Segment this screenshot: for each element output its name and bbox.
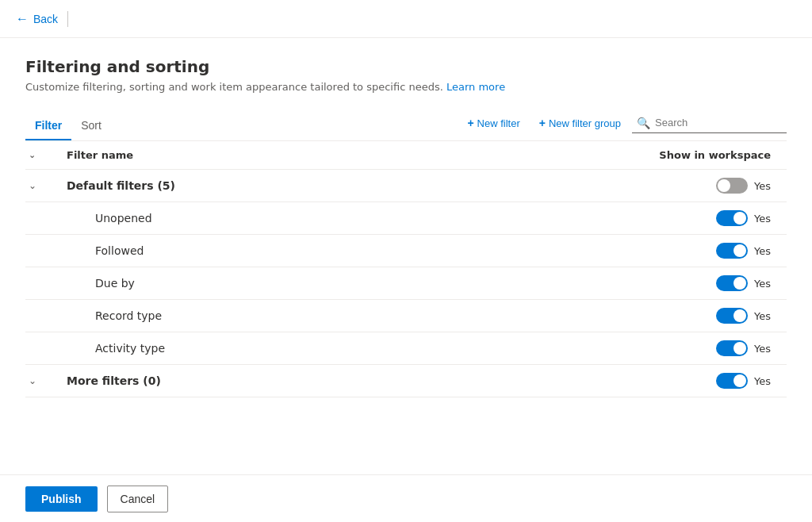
toggle-switch[interactable] xyxy=(716,178,748,194)
page-subtitle: Customize filtering, sorting and work it… xyxy=(25,81,787,93)
workspace-toggle-cell: Yes xyxy=(409,300,787,332)
table-row: Activity typeYes xyxy=(25,332,787,365)
search-icon: 🔍 xyxy=(637,117,650,129)
cancel-button[interactable]: Cancel xyxy=(107,486,169,512)
row-chevron-cell xyxy=(25,202,57,235)
workspace-toggle-cell: Yes xyxy=(409,267,787,300)
filter-name-cell: Default filters (5) xyxy=(57,170,409,202)
table-header-row: ⌄ Filter name Show in workspace xyxy=(25,141,787,170)
search-box: 🔍 xyxy=(632,113,787,133)
tabs-bar: Filter Sort + New filter + New filter gr… xyxy=(25,112,787,141)
table-row: ⌄Default filters (5)Yes xyxy=(25,170,787,202)
workspace-toggle-cell: Yes xyxy=(409,202,787,235)
filter-name-cell: Followed xyxy=(57,235,409,267)
chevron-icon[interactable]: ⌄ xyxy=(29,375,41,388)
row-chevron-cell xyxy=(25,267,57,300)
table-row: Record typeYes xyxy=(25,300,787,332)
back-button[interactable]: ← Back xyxy=(16,12,58,26)
back-arrow-icon: ← xyxy=(16,12,29,26)
back-label: Back xyxy=(33,13,58,25)
table-row: Due byYes xyxy=(25,267,787,300)
chevron-icon[interactable]: ⌄ xyxy=(29,180,41,193)
plus-icon: + xyxy=(467,117,473,129)
filter-name-cell: Unopened xyxy=(57,202,409,235)
col-workspace-header: Show in workspace xyxy=(409,141,787,170)
new-filter-button[interactable]: + New filter xyxy=(459,112,527,134)
search-input[interactable] xyxy=(655,117,782,129)
toggle-label: Yes xyxy=(754,278,771,290)
toggle-label: Yes xyxy=(754,180,771,192)
new-filter-label: New filter xyxy=(477,117,520,129)
subtitle-text: Customize filtering, sorting and work it… xyxy=(25,81,443,93)
tab-filter[interactable]: Filter xyxy=(25,113,71,140)
col-chevron-header: ⌄ xyxy=(25,141,57,170)
col-name-header: Filter name xyxy=(57,141,409,170)
toggle-switch[interactable] xyxy=(716,308,748,324)
toggle-switch[interactable] xyxy=(716,210,748,226)
filter-name-cell: Activity type xyxy=(57,332,409,365)
filter-name-cell: More filters (0) xyxy=(57,365,409,397)
row-chevron-cell xyxy=(25,235,57,267)
row-chevron-cell: ⌄ xyxy=(25,170,57,202)
table-row: ⌄More filters (0)Yes xyxy=(25,365,787,397)
toggle-switch[interactable] xyxy=(716,243,748,259)
table-row: UnopenedYes xyxy=(25,202,787,235)
new-filter-group-button[interactable]: + New filter group xyxy=(531,112,629,134)
toggle-switch[interactable] xyxy=(716,340,748,356)
page-title: Filtering and sorting xyxy=(25,57,787,76)
toggle-label: Yes xyxy=(754,213,771,225)
toggle-switch[interactable] xyxy=(716,373,748,389)
filter-name-cell: Due by xyxy=(57,267,409,300)
toggle-label: Yes xyxy=(754,245,771,257)
workspace-toggle-cell: Yes xyxy=(409,170,787,202)
top-bar-divider xyxy=(67,11,68,27)
footer: Publish Cancel xyxy=(0,474,812,522)
main-content: Filtering and sorting Customize filterin… xyxy=(0,38,812,397)
table-row: FollowedYes xyxy=(25,235,787,267)
toggle-label: Yes xyxy=(754,343,771,355)
header-chevron-icon: ⌄ xyxy=(29,150,36,160)
row-chevron-cell xyxy=(25,332,57,365)
plus-icon-group: + xyxy=(539,117,546,129)
toggle-label: Yes xyxy=(754,310,771,322)
workspace-toggle-cell: Yes xyxy=(409,332,787,365)
filter-name-cell: Record type xyxy=(57,300,409,332)
row-chevron-cell xyxy=(25,300,57,332)
top-bar: ← Back xyxy=(0,0,812,38)
row-chevron-cell: ⌄ xyxy=(25,365,57,397)
publish-button[interactable]: Publish xyxy=(25,486,98,512)
toggle-label: Yes xyxy=(754,375,771,387)
learn-more-link[interactable]: Learn more xyxy=(446,81,505,93)
new-filter-group-label: New filter group xyxy=(549,117,621,129)
tabs-toolbar: + New filter + New filter group 🔍 xyxy=(459,112,787,140)
tab-sort[interactable]: Sort xyxy=(71,113,111,140)
workspace-toggle-cell: Yes xyxy=(409,235,787,267)
workspace-toggle-cell: Yes xyxy=(409,365,787,397)
toggle-switch[interactable] xyxy=(716,275,748,291)
filter-table: ⌄ Filter name Show in workspace ⌄Default… xyxy=(25,141,787,397)
